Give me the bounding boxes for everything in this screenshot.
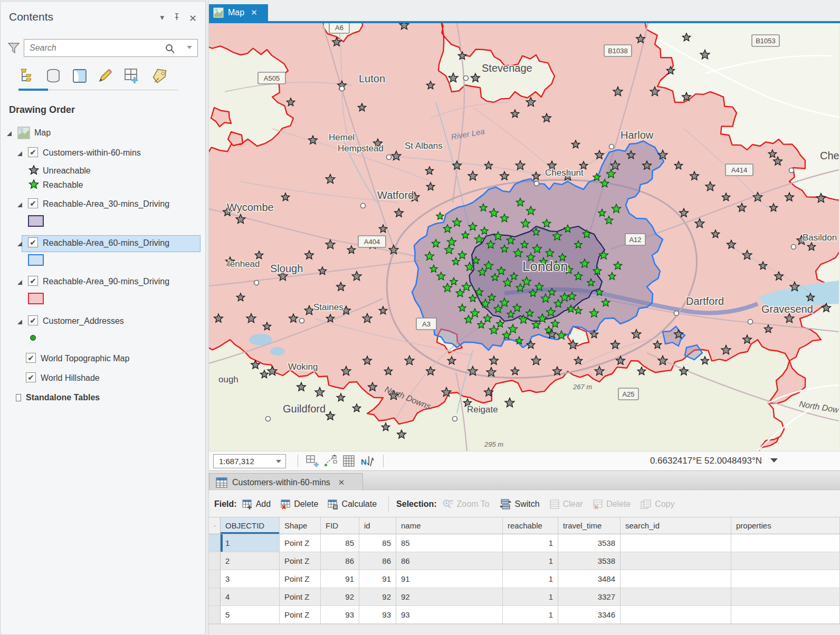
column-header-name[interactable]: name [396, 517, 503, 534]
cell-search_id[interactable] [621, 570, 731, 588]
cell-reachable[interactable]: 1 [503, 570, 558, 588]
tab-selection[interactable] [69, 65, 90, 86]
tree-item-area60-layer[interactable]: ✔ Reachable-Area_60-mins_Driving [1, 236, 207, 252]
cell-objectid[interactable]: 1 [221, 534, 280, 552]
expand-icon[interactable] [17, 242, 22, 246]
delete-field-button[interactable]: Delete [280, 499, 318, 509]
cell-properties[interactable] [731, 606, 840, 624]
cell-shape[interactable]: Point Z [280, 570, 321, 588]
cell-travel_time[interactable]: 3538 [558, 534, 621, 552]
cell-reachable[interactable]: 1 [503, 588, 558, 606]
cell-search_id[interactable] [621, 606, 731, 624]
pin-icon[interactable] [173, 13, 181, 23]
add-layout-icon[interactable] [305, 454, 319, 470]
layer-checkbox[interactable]: ✔ [28, 315, 38, 325]
select-all-corner[interactable] [209, 517, 221, 534]
calculate-field-button[interactable]: Calculate [328, 499, 377, 509]
attribute-table-tab[interactable]: Customers-within-60-mins ✕ [209, 473, 363, 491]
column-header-id[interactable]: id [359, 517, 396, 534]
close-panel-icon[interactable]: ✕ [189, 13, 197, 24]
area30-swatch[interactable] [28, 215, 44, 227]
column-header-reachable[interactable]: reachable [503, 517, 558, 534]
row-selector[interactable] [209, 588, 221, 606]
search-options-chevron-icon[interactable] [187, 46, 192, 49]
expand-icon[interactable] [17, 151, 22, 156]
cell-name[interactable]: 93 [396, 606, 503, 624]
column-header-properties[interactable]: properties [731, 517, 840, 534]
collapsed-icon[interactable] [16, 395, 21, 401]
filter-icon[interactable] [7, 41, 21, 57]
cell-search_id[interactable] [621, 552, 731, 570]
cell-name[interactable]: 92 [396, 588, 503, 606]
grid-icon[interactable] [342, 454, 356, 470]
north-arrow-icon[interactable]: N [361, 456, 374, 467]
cell-reachable[interactable]: 1 [503, 606, 558, 624]
tree-item-map[interactable]: Map [1, 126, 207, 141]
cell-travel_time[interactable]: 3327 [558, 588, 621, 606]
row-selector[interactable] [209, 552, 221, 570]
cell-id[interactable]: 86 [359, 552, 396, 570]
cell-objectid[interactable]: 5 [221, 606, 280, 624]
row-selector[interactable] [209, 570, 221, 588]
cell-travel_time[interactable]: 3346 [558, 606, 621, 624]
cell-objectid[interactable]: 3 [221, 570, 280, 588]
search-icon[interactable] [165, 43, 175, 56]
cell-objectid[interactable]: 2 [221, 552, 280, 570]
cell-fid[interactable]: 91 [321, 570, 359, 588]
cell-name[interactable]: 86 [396, 552, 503, 570]
column-header-travel_time[interactable]: travel_time [558, 517, 621, 534]
tree-item-world-topographic[interactable]: ✔ World Topographic Map [1, 351, 207, 367]
layer-checkbox[interactable]: ✔ [28, 276, 38, 286]
cell-reachable[interactable]: 1 [503, 552, 558, 570]
copy-selection-button[interactable]: Copy [640, 499, 674, 509]
tree-item-customer-addresses-layer[interactable]: ✔ Customer_Addresses [1, 314, 207, 330]
cell-fid[interactable]: 93 [321, 606, 359, 624]
cell-properties[interactable] [731, 534, 840, 552]
cell-properties[interactable] [731, 552, 840, 570]
table-row[interactable]: 4Point Z92929213327 [209, 588, 840, 606]
cell-properties[interactable] [731, 588, 840, 606]
cell-id[interactable]: 91 [359, 570, 396, 588]
cell-name[interactable]: 85 [396, 534, 503, 552]
expand-icon[interactable] [17, 280, 22, 285]
cell-fid[interactable]: 86 [321, 552, 359, 570]
layer-checkbox[interactable]: ✔ [28, 198, 38, 208]
tab-drawing-order[interactable] [16, 65, 37, 86]
cell-search_id[interactable] [621, 588, 731, 606]
coordinates-chevron-icon[interactable] [770, 458, 778, 463]
tree-item-world-hillshade[interactable]: ✔ World Hillshade [1, 371, 207, 387]
cell-fid[interactable]: 85 [321, 534, 359, 552]
cell-name[interactable]: 91 [396, 570, 503, 588]
column-header-search_id[interactable]: search_id [621, 517, 731, 534]
cell-id[interactable]: 92 [359, 588, 396, 606]
close-table-tab-icon[interactable]: ✕ [338, 478, 345, 487]
tree-item-area30-layer[interactable]: ✔ Reachable-Area_30-mins_Driving [1, 197, 207, 213]
measure-icon[interactable] [323, 454, 338, 470]
row-selector[interactable] [209, 534, 221, 552]
scale-selector[interactable]: 1:687,312 [213, 454, 286, 468]
cell-fid[interactable]: 92 [321, 588, 359, 606]
zoom-to-button[interactable]: Zoom To [442, 499, 490, 509]
panel-menu-chevron-icon[interactable]: ▾ [160, 13, 165, 22]
layer-checkbox[interactable]: ✔ [26, 372, 36, 382]
cell-reachable[interactable]: 1 [503, 534, 558, 552]
tree-item-standalone-tables[interactable]: Standalone Tables [1, 390, 207, 406]
cell-search_id[interactable] [621, 534, 731, 552]
expand-icon[interactable] [17, 203, 22, 207]
table-row[interactable]: 1Point Z85858513538 [209, 534, 840, 552]
cell-id[interactable]: 93 [359, 606, 396, 624]
layer-checkbox[interactable]: ✔ [28, 237, 38, 247]
cell-travel_time[interactable]: 3484 [558, 570, 621, 588]
expand-icon[interactable] [17, 320, 22, 324]
search-input[interactable] [30, 42, 161, 54]
area60-swatch[interactable] [28, 254, 44, 266]
close-map-tab-icon[interactable]: ✕ [251, 8, 257, 17]
column-header-objectid[interactable]: OBJECTID [221, 517, 280, 534]
clear-selection-button[interactable]: Clear [549, 499, 583, 509]
add-field-button[interactable]: Add [242, 499, 271, 509]
column-header-shape[interactable]: Shape [280, 517, 321, 534]
tab-labeling[interactable] [148, 65, 169, 86]
expand-icon[interactable] [7, 131, 12, 136]
cell-objectid[interactable]: 4 [221, 588, 280, 606]
area90-swatch[interactable] [28, 293, 44, 304]
